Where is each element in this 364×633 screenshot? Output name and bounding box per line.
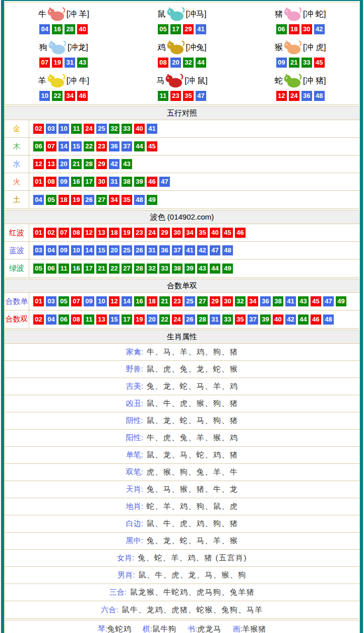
- zodiac-title-rat: 鼠[冲马]: [158, 6, 207, 22]
- zodiac-attributes-rows: 家禽:牛、马、羊、鸡、狗、猪野兽:鼠、虎、兔、龙、蛇、猴吉美:兔、龙、蛇、马、羊…: [5, 344, 359, 618]
- number-badge: 04: [46, 314, 56, 325]
- number-badge: 24: [172, 314, 183, 325]
- number-badge: 34: [109, 195, 119, 205]
- zodiac-attributes-table: 生肖属性 家禽:牛、马、羊、鸡、狗、猪野兽:鼠、虎、兔、龙、蛇、猴吉美:兔、龙、…: [4, 330, 360, 619]
- row-numbers: 05061116172122272832333839434449: [29, 259, 233, 277]
- zodiac-cell-monkey: 猴[冲 虎]09213345: [241, 37, 359, 70]
- attribute-label: 单笔:: [126, 450, 143, 460]
- attribute-value: 蛇、羊、鸡、狗、鼠、虎: [147, 502, 238, 511]
- number-badge: 42: [314, 24, 325, 34]
- number-badge: 10: [96, 296, 107, 306]
- number-badge: 29: [183, 24, 194, 34]
- number-badge: 22: [84, 141, 94, 151]
- number-badge: 08: [71, 228, 82, 238]
- snake-image: [283, 73, 302, 88]
- number-badge: 30: [96, 177, 107, 187]
- number-badge: 02: [46, 228, 56, 238]
- number-badge: 07: [46, 141, 56, 151]
- number-badge: 43: [197, 263, 208, 274]
- number-badge: 46: [235, 228, 246, 238]
- number-row-sum-even: 合数双0204060811131517192022242628313335373…: [5, 310, 359, 328]
- zodiac-title-horse: 马[冲 鼠]: [156, 73, 207, 88]
- attribute-row-three-harmony: 三合:鼠龙猴、牛蛇鸡、虎马狗、兔羊猪: [5, 584, 359, 601]
- attribute-label: 天肖:: [126, 485, 143, 494]
- row-label-sum-odd: 合数单: [5, 293, 29, 310]
- sum-parity-rows: 合数单0103050709101214161821232527293032343…: [5, 293, 359, 328]
- number-badge: 33: [122, 124, 132, 134]
- number-badge: 05: [58, 296, 69, 306]
- row-label-green-wave: 绿波: [5, 259, 29, 277]
- number-badge: 11: [84, 314, 94, 325]
- number-badge: 44: [298, 314, 309, 325]
- number-badge: 06: [33, 141, 44, 151]
- attribute-row-wild: 野兽:鼠、虎、兔、龙、蛇、猴: [5, 361, 359, 378]
- number-badge: 17: [170, 24, 181, 34]
- arts-value: 鼠牛狗: [152, 624, 176, 633]
- attribute-row-female: 女肖:兔、蛇、羊、鸡、猪 (五宫肖): [5, 550, 359, 567]
- zodiac-clash-label: [冲 猪]: [303, 77, 326, 85]
- arts-label: 画:: [232, 624, 242, 633]
- zodiac-cell-ox: 牛[冲 羊]04162840: [5, 4, 123, 37]
- number-badge: 13: [96, 314, 107, 325]
- number-badge: 18: [147, 296, 157, 306]
- number-badge: 34: [185, 228, 195, 238]
- number-badge: 27: [122, 263, 132, 274]
- number-badge: 41: [196, 24, 206, 34]
- number-badge: 18: [109, 228, 119, 238]
- number-badge: 06: [276, 24, 287, 34]
- number-badge: 10: [71, 245, 82, 255]
- number-badge: 43: [77, 58, 88, 68]
- attribute-row-ground: 地肖:蛇、羊、鸡、狗、鼠、虎: [5, 498, 359, 515]
- number-badge: 10: [58, 124, 69, 134]
- attribute-row-yin: 阴性:鼠、龙、蛇、马、狗、猪: [5, 412, 359, 430]
- attribute-row-white-edge: 白边:鼠、牛、虎、鸡、狗、猪: [5, 515, 359, 533]
- attribute-value: 兔、龙、蛇、马、羊、鸡: [147, 382, 238, 391]
- attribute-value: 兔、蛇、羊、鸡、猪 (五宫肖): [138, 553, 247, 563]
- arts-part-shu: 书:虎龙马: [188, 624, 221, 633]
- attribute-value: 鼠、虎、兔、龙、蛇、猴: [147, 364, 238, 374]
- row-numbers: 06071415222336374445: [29, 138, 157, 155]
- number-badge: 21: [96, 263, 107, 274]
- number-badge: 41: [147, 124, 157, 134]
- number-badge: 31: [65, 58, 75, 68]
- arts-part-hua: 画:羊猴猪: [232, 624, 266, 633]
- number-badge: 17: [122, 314, 132, 325]
- number-badge: 30: [172, 228, 183, 238]
- number-badge: 48: [314, 91, 325, 101]
- zodiac-name: 马: [156, 77, 164, 85]
- row-numbers: 0102070812131819232429303435404546: [29, 224, 246, 241]
- number-badge: 09: [58, 245, 69, 255]
- number-badge: 36: [260, 296, 271, 306]
- number-badge: 16: [52, 24, 63, 34]
- number-badge: 15: [71, 141, 82, 151]
- number-badge: 08: [158, 58, 168, 68]
- number-badge: 14: [84, 245, 94, 255]
- zodiac-clash-label: [冲 羊]: [67, 10, 89, 18]
- zodiac-clash-label: [冲马]: [186, 10, 207, 18]
- wave-color-table: 波色 (014902.com) 红波0102070812131819232429…: [4, 210, 360, 278]
- wave-color-rows: 红波0102070812131819232429303435404546蓝波03…: [5, 224, 359, 277]
- zodiac-title-monkey: 猴[冲 虎]: [275, 39, 326, 55]
- number-row-gold: 金02031011242532334041: [5, 120, 359, 138]
- number-badge: 17: [84, 177, 94, 187]
- number-badge: 35: [197, 228, 208, 238]
- number-badge: 03: [33, 245, 44, 255]
- number-badge: 49: [147, 195, 157, 205]
- number-badge: 32: [183, 58, 194, 68]
- number-badge: 04: [33, 195, 44, 205]
- number-badge: 20: [109, 245, 119, 255]
- zodiac-name: 猴: [275, 43, 283, 51]
- attribute-row-yang: 阳性:牛、虎、兔、羊、猴、鸡: [5, 430, 359, 447]
- number-badge: 07: [71, 296, 82, 306]
- number-badge: 47: [323, 296, 334, 306]
- number-badge: 41: [285, 296, 296, 306]
- number-badge: 23: [172, 296, 183, 306]
- attribute-label: 女肖:: [117, 553, 134, 563]
- number-badge: 01: [33, 177, 44, 187]
- zodiac-numbers: 06183042: [276, 24, 325, 34]
- attribute-label: 阳性:: [126, 433, 143, 443]
- attribute-value: 鼠、牛、虎、鸡、狗、猪: [147, 519, 238, 529]
- row-label-wood: 木: [5, 138, 29, 155]
- attribute-label: 凶丑:: [126, 399, 143, 408]
- number-badge: 19: [71, 195, 82, 205]
